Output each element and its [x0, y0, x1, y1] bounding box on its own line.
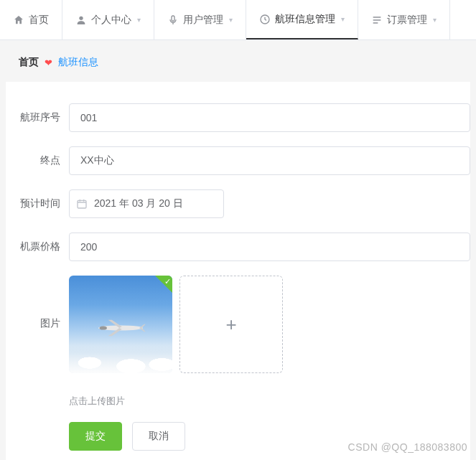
- heart-icon: ❤: [45, 57, 52, 68]
- label-ticket-price: 机票价格: [6, 240, 69, 253]
- row-flight-no: 航班序号: [6, 96, 470, 139]
- row-picture: 图片 + 点击上传图片: [6, 268, 470, 458]
- estimate-time-input[interactable]: [69, 189, 224, 218]
- list-icon: [371, 14, 383, 26]
- plus-icon: +: [225, 314, 236, 336]
- flight-no-input[interactable]: [69, 103, 470, 132]
- clock-icon: [259, 14, 271, 25]
- svg-rect-3: [78, 200, 86, 208]
- nav-flight-info[interactable]: 航班信息管理 ▾: [246, 0, 358, 39]
- row-ticket-price: 机票价格: [6, 225, 470, 268]
- label-estimate-time: 预计时间: [6, 197, 69, 210]
- user-icon: [75, 14, 87, 26]
- cancel-button[interactable]: 取消: [132, 422, 185, 451]
- upload-add-button[interactable]: +: [179, 276, 283, 373]
- nav-profile[interactable]: 个人中心 ▾: [62, 0, 154, 39]
- svg-rect-1: [172, 16, 174, 21]
- row-estimate-time: 预计时间: [6, 182, 470, 225]
- nav-ticket-mgmt[interactable]: 订票管理 ▾: [358, 0, 450, 39]
- chevron-down-icon: ▾: [433, 16, 437, 24]
- upload-area: +: [69, 276, 470, 373]
- uploaded-image[interactable]: [69, 276, 172, 373]
- airplane-icon: [89, 319, 152, 337]
- check-icon: [155, 276, 172, 293]
- nav-label: 用户管理: [183, 14, 223, 27]
- svg-point-0: [79, 16, 83, 19]
- nav-label: 个人中心: [91, 14, 131, 27]
- chevron-down-icon: ▾: [137, 16, 141, 24]
- calendar-icon: [76, 198, 88, 210]
- nav-label: 首页: [29, 14, 49, 27]
- nav-label: 航班信息管理: [275, 13, 335, 26]
- breadcrumb-home[interactable]: 首页: [19, 56, 39, 69]
- chevron-down-icon: ▾: [341, 15, 345, 23]
- nav-home[interactable]: 首页: [0, 0, 62, 39]
- label-flight-no: 航班序号: [6, 111, 69, 124]
- chevron-down-icon: ▾: [229, 16, 233, 24]
- row-destination: 终点: [6, 139, 470, 182]
- nav-user-mgmt[interactable]: 用户管理 ▾: [154, 0, 246, 39]
- button-row: 提交 取消: [69, 408, 470, 451]
- label-picture: 图片: [6, 276, 69, 330]
- mic-icon: [167, 14, 179, 26]
- label-destination: 终点: [6, 154, 69, 167]
- breadcrumb-current[interactable]: 航班信息: [58, 56, 98, 69]
- submit-button[interactable]: 提交: [69, 422, 122, 451]
- upload-tip: 点击上传图片: [69, 373, 470, 408]
- clouds-decoration: [69, 339, 172, 373]
- form-panel: 航班序号 终点 预计时间 机票价格 图片: [6, 82, 470, 460]
- ticket-price-input[interactable]: [69, 233, 470, 261]
- nav-label: 订票管理: [387, 14, 427, 27]
- top-nav: 首页 个人中心 ▾ 用户管理 ▾ 航班信息管理 ▾ 订票管理 ▾: [0, 0, 476, 40]
- home-icon: [13, 14, 24, 26]
- breadcrumb: 首页 ❤ 航班信息: [0, 40, 476, 82]
- svg-point-5: [100, 326, 107, 329]
- destination-input[interactable]: [69, 146, 470, 175]
